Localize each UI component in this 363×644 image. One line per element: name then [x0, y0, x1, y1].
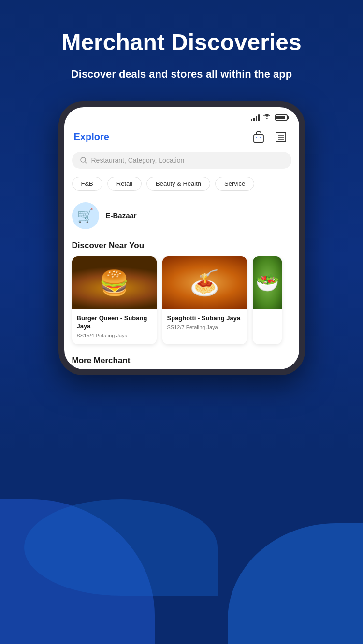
wifi-icon — [263, 114, 271, 122]
merchant-card-img-3: 🥗 — [253, 256, 282, 309]
app-header: Explore — [64, 125, 299, 152]
merchant-card-body-2: Spaghotti - Subang Jaya SS12/7 Petaling … — [162, 309, 247, 336]
signal-bar-1 — [251, 119, 252, 121]
svg-rect-0 — [254, 135, 263, 142]
signal-icon — [251, 114, 260, 121]
signal-bar-3 — [256, 116, 257, 121]
category-service[interactable]: Service — [215, 177, 254, 191]
merchant-card-body-1: Burger Queen - Subang Jaya SS15/4 Petali… — [72, 309, 157, 344]
merchant-card-3-partial[interactable]: 🥗 — [253, 256, 282, 344]
category-retail[interactable]: Retail — [107, 177, 142, 191]
svg-point-2 — [260, 137, 261, 138]
third-visual: 🥗 — [253, 256, 282, 309]
svg-point-7 — [81, 157, 86, 162]
merchant-card-1[interactable]: 🍔 Burger Queen - Subang Jaya SS15/4 Peta… — [72, 256, 157, 344]
phone-inner: Explore — [64, 107, 299, 369]
bg-wave-2 — [228, 523, 363, 644]
signal-bar-2 — [253, 118, 255, 121]
header-icons — [250, 128, 290, 146]
category-fnb[interactable]: F&B — [72, 177, 102, 191]
merchant-card-img-2: 🍝 — [162, 256, 247, 309]
svg-line-8 — [85, 162, 87, 163]
featured-section: 🛒 E-Bazaar — [64, 198, 299, 237]
discover-section-title: Discover Near You — [64, 237, 299, 256]
merchant-address-1: SS15/4 Petaling Jaya — [77, 333, 152, 338]
merchant-name-2: Spaghotti - Subang Jaya — [167, 314, 242, 322]
category-pills: F&B Retail Beauty & Health Service — [64, 177, 299, 198]
battery-fill — [276, 116, 285, 119]
search-bar[interactable]: Restaurant, Category, Location — [72, 152, 291, 169]
more-merchant-title: More Merchant — [64, 352, 299, 369]
search-placeholder: Restaurant, Category, Location — [91, 156, 185, 164]
burger-visual: 🍔 — [72, 256, 157, 309]
merchant-card-2[interactable]: 🍝 Spaghotti - Subang Jaya SS12/7 Petalin… — [162, 256, 247, 344]
content-wrapper: Merchant Discoveries Discover deals and … — [0, 0, 363, 375]
list-button[interactable] — [272, 128, 290, 146]
search-icon — [80, 156, 87, 164]
merchant-name-1: Burger Queen - Subang Jaya — [77, 314, 152, 331]
signal-bar-4 — [258, 114, 260, 121]
ebazaar-icon: 🛒 — [72, 202, 99, 229]
merchant-address-2: SS12/7 Petaling Jaya — [167, 324, 242, 330]
phone-mockup: Explore — [58, 101, 305, 375]
category-beauty[interactable]: Beauty & Health — [146, 177, 210, 191]
bag-button[interactable] — [250, 128, 267, 146]
bg-wave-3 — [24, 499, 218, 596]
status-bar — [64, 107, 299, 125]
ebazaar-label: E-Bazaar — [106, 211, 137, 220]
hero-title: Merchant Discoveries — [42, 29, 320, 56]
merchant-card-img-1: 🍔 — [72, 256, 157, 309]
pasta-visual: 🍝 — [162, 256, 247, 309]
hero-subtitle: Discover deals and stores all within the… — [42, 67, 321, 82]
app-header-title: Explore — [74, 131, 109, 142]
battery-icon — [275, 114, 288, 121]
merchant-cards: 🍔 Burger Queen - Subang Jaya SS15/4 Peta… — [64, 256, 299, 352]
svg-point-1 — [256, 137, 257, 138]
